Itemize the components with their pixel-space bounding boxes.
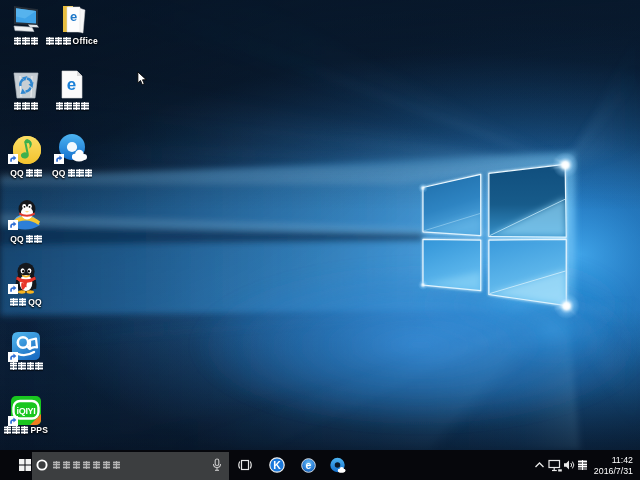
svg-text:e: e [306, 459, 312, 471]
svg-text:e: e [67, 75, 76, 94]
svg-text:e: e [70, 9, 77, 24]
svg-text:K: K [273, 459, 281, 471]
svg-text:iQIYI: iQIYI [16, 406, 35, 416]
